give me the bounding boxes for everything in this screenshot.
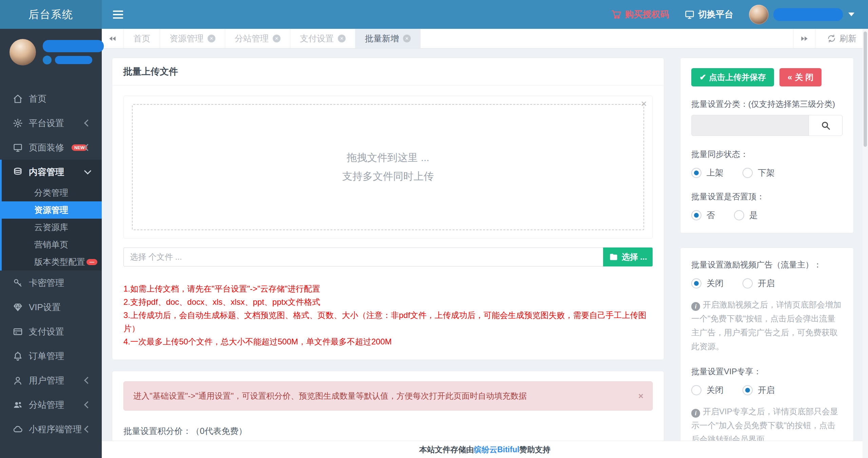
close-icon[interactable]: × [338,35,346,42]
double-chevron-left-icon [108,34,117,43]
radio-option-vip-on[interactable]: 开启 [742,384,775,396]
sidebar-item-vip[interactable]: VIP设置 [0,295,102,319]
sidebar-item-card-key[interactable]: 卡密管理 [0,271,102,295]
sidebar-item-home[interactable]: 首页 [0,86,102,111]
radio-label: 上架 [707,167,724,178]
alert-text: 进入"基础设置"->"通用设置"，可设置积分价、预览图生成数量等默认值，方便每次… [133,391,527,400]
refresh-icon [827,34,836,43]
sidebar-item-users[interactable]: 用户管理 [0,368,102,393]
close-icon[interactable]: × [403,35,411,42]
file-select-input[interactable] [123,247,603,266]
sidebar-item-label: VIP设置 [29,301,61,313]
page-footer: 本站文件存储由 缤纷云Bitiful 赞助支持 [102,441,868,458]
cloud-icon [13,424,23,434]
avatar [749,5,769,24]
sidebar-item-label: 内容管理 [29,166,64,178]
radio-option-ad-off[interactable]: 关闭 [691,278,724,289]
sidebar-subitem-label: 营销单页 [34,239,68,250]
folder-icon [609,252,618,262]
chevron-down-icon [848,13,854,16]
tab-home[interactable]: 首页 [124,29,160,48]
radio-option-no[interactable]: 否 [691,210,715,221]
category-input[interactable] [691,115,809,136]
radio-label: 开启 [758,278,775,289]
tab-subsites[interactable]: 分站管理 × [225,29,290,48]
sidebar-subitem-cat-mgmt[interactable]: 分类管理 [2,184,102,201]
main-content: 批量上传文件 × 拖拽文件到这里 ... 支持多文件同时上传 选择 ... 1.… [112,58,664,458]
close-button[interactable]: « 关 闭 [779,68,822,86]
select-files-button[interactable]: 选择 ... [603,247,653,266]
upload-save-label: 点击上传并保存 [709,72,766,83]
sidebar-item-label: 分站管理 [29,399,64,411]
chevron-left-icon [84,401,91,408]
sidebar-item-page-decor[interactable]: 页面装修 NEW [0,135,102,160]
sidebar-item-label: 支付设置 [29,326,64,338]
reply-icon: « [788,73,792,82]
sidebar-subitem-cloud-repo[interactable]: 云资源库 [2,219,102,236]
tab-res-mgmt[interactable]: 资源管理 × [160,29,225,48]
sidebar-subitem-res-mgmt[interactable]: 资源管理 [2,201,102,219]
sidebar-item-content-mgmt[interactable]: 内容管理 [2,160,102,184]
close-icon[interactable]: × [273,35,281,42]
upload-instructions: 1.如需上传文档，请先在"平台设置"->"云存储"进行配置 2.支持pdf、do… [123,282,653,348]
chevron-left-icon [84,119,91,126]
close-icon[interactable]: × [641,99,647,109]
sidebar-item-payment[interactable]: 支付设置 [0,319,102,344]
sidebar-subitem-label: 资源管理 [34,204,68,216]
tabs-scroll-right-button[interactable] [793,29,815,48]
category-search-button[interactable] [809,115,843,136]
sidebar-item-miniprogram[interactable]: 小程序端管理 [0,417,102,441]
bell-icon [13,351,23,361]
settings-hint-alert: 进入"基础设置"->"通用设置"，可设置积分价、预览图生成数量等默认值，方便每次… [123,381,653,411]
upload-save-button[interactable]: ✔ 点击上传并保存 [691,68,774,86]
radio-label: 关闭 [707,278,724,289]
info-icon: i [691,409,700,418]
credit-card-icon [13,327,23,337]
app-logo[interactable]: 后台系统 [0,0,102,29]
radio-unselected-icon [691,385,701,395]
sidebar-subitem-marketing-page[interactable]: 营销单页 [2,236,102,253]
user-icon [13,376,23,385]
sidebar-item-label: 用户管理 [29,375,64,386]
close-icon[interactable]: × [638,391,643,401]
tab-label: 分站管理 [235,33,269,44]
chevron-down-icon [84,167,91,174]
batch-actions-card: ✔ 点击上传并保存 « 关 闭 批量设置分类：(仅支持选择第三级分类) 批量同步… [680,58,854,233]
buy-auth-link[interactable]: 购买授权码 [611,8,669,20]
tab-payment[interactable]: 支付设置 × [290,29,355,48]
vip-exclusive-info: i开启VIP专享之后，详情页底部只会显示一个"加入会员免费下载"的按钮，点击后会… [691,404,843,446]
scrollbar-thumb[interactable] [864,32,867,147]
vertical-scrollbar[interactable] [863,29,868,458]
tabs-scroll-left-button[interactable] [102,29,124,48]
refresh-button[interactable]: 刷新 [815,29,868,48]
top-header: 后台系统 购买授权码 切换平台 [0,0,868,29]
sidebar-item-orders[interactable]: 订单管理 [0,344,102,368]
upload-widget: × 拖拽文件到这里 ... 支持多文件同时上传 [123,96,653,239]
refresh-label: 刷新 [840,33,856,44]
points-price-label: 批量设置积分价：（0代表免费） [123,425,653,437]
switch-platform-link[interactable]: 切换平台 [684,8,733,20]
chevron-left-icon [84,425,91,433]
sidebar-item-label: 页面装修 [29,142,64,154]
footer-sponsor-link[interactable]: 缤纷云Bitiful [474,444,519,455]
batch-category-label: 批量设置分类：(仅支持选择第三级分类) [691,99,843,109]
radio-option-on-shelf[interactable]: 上架 [691,167,724,178]
tab-batch-add[interactable]: 批量新增 × [355,29,421,48]
radio-option-vip-off[interactable]: 关闭 [691,384,724,396]
radio-option-yes[interactable]: 是 [734,210,758,221]
radio-option-ad-on[interactable]: 开启 [742,278,775,289]
top-navbar: 购买授权码 切换平台 [102,0,868,29]
footer-suffix: 赞助支持 [519,444,551,455]
sidebar-subitem-version-type[interactable]: 版本类型配置 — [2,253,102,271]
radio-label: 否 [707,210,715,221]
user-menu[interactable] [749,5,854,24]
radio-option-off-shelf[interactable]: 下架 [742,167,775,178]
sidebar-toggle-button[interactable] [104,0,132,29]
close-icon[interactable]: × [208,35,215,42]
radio-unselected-icon [734,210,744,220]
file-dropzone[interactable]: 拖拽文件到这里 ... 支持多文件同时上传 [132,104,644,230]
sidebar-item-subsites[interactable]: 分站管理 [0,393,102,417]
close-label: 关 闭 [795,72,813,83]
database-icon [13,167,23,177]
sidebar-item-platform-settings[interactable]: 平台设置 [0,111,102,135]
